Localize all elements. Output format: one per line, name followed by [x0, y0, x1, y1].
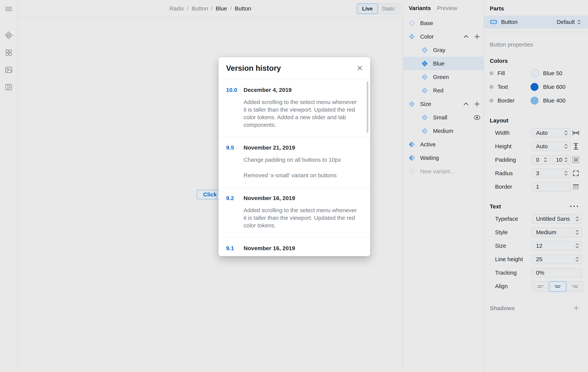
version-number: 9.2: [226, 194, 243, 229]
align-button-group: [532, 281, 583, 292]
variant-row-medium[interactable]: Medium: [403, 124, 483, 138]
version-entry: 9.2 November 16, 2019 Added scrolling to…: [219, 187, 370, 237]
variant-row-active[interactable]: Active: [403, 138, 483, 151]
image-icon[interactable]: [5, 66, 13, 74]
radius-input[interactable]: 3: [532, 169, 571, 178]
border-width-input[interactable]: 1: [532, 182, 571, 192]
breadcrumb-separator: /: [211, 5, 213, 12]
variant-group-size[interactable]: Size: [403, 97, 483, 111]
color-swatch[interactable]: [531, 69, 539, 78]
stepper-icon[interactable]: [564, 143, 568, 149]
version-notes: Added scrolling to the select menu whene…: [243, 207, 359, 229]
components-diamonds-icon[interactable]: [5, 31, 13, 40]
align-center-icon: [554, 284, 561, 289]
breadcrumb-separator: /: [187, 5, 189, 12]
design-canvas[interactable]: Click me Version history 10.0 December 4…: [18, 17, 403, 372]
radius-icon: [572, 169, 580, 177]
version-notes: Added scrolling to the select menu whene…: [243, 98, 359, 129]
collapse-chevron-icon[interactable]: [463, 33, 470, 40]
style-select[interactable]: Medium: [532, 228, 582, 237]
stepper-icon[interactable]: [564, 130, 568, 136]
variant-row-base[interactable]: Base: [403, 16, 483, 30]
layout-heading: Layout: [490, 117, 588, 124]
diamond-cluster-icon: [408, 33, 416, 40]
notebook-icon[interactable]: [5, 83, 13, 91]
app-window: Radix / Button / Blue / Button Live Stat…: [0, 0, 588, 372]
align-left-button[interactable]: [532, 281, 549, 292]
variants-panel: Variants Preview Base Color Gray Blue: [403, 0, 483, 372]
variant-row-blue-selected[interactable]: Blue: [403, 57, 483, 70]
stepper-icon[interactable]: [575, 243, 580, 249]
line-height-input[interactable]: 25: [532, 254, 582, 264]
breadcrumb-item[interactable]: Radix: [169, 5, 184, 12]
stepper-icon[interactable]: [543, 157, 548, 163]
variant-row-green[interactable]: Green: [403, 70, 483, 84]
breadcrumb-item[interactable]: Blue: [216, 5, 227, 12]
diamond-outline-icon: [408, 19, 416, 27]
color-swatch[interactable]: [531, 97, 538, 105]
width-input[interactable]: Auto: [532, 128, 571, 138]
version-number: 10.0: [226, 86, 243, 129]
grid-circles-icon[interactable]: [5, 48, 13, 57]
menu-icon[interactable]: [5, 5, 13, 13]
part-label: Button: [501, 19, 518, 25]
add-shadow-icon[interactable]: [573, 305, 580, 311]
version-date: November 16, 2019: [243, 194, 359, 202]
ellipsis-menu-icon[interactable]: ···: [570, 202, 580, 211]
breadcrumb-item[interactable]: Button: [192, 5, 208, 12]
part-state-select[interactable]: Default: [557, 19, 581, 25]
layout-row-width: Width Auto: [484, 126, 588, 140]
version-entry: 10.0 December 4, 2019 Added scrolling to…: [219, 79, 370, 137]
layout-row-height: Height Auto: [484, 140, 588, 153]
version-number: 9.1: [226, 244, 243, 256]
part-row-button-selected[interactable]: Button Default: [484, 16, 588, 28]
version-date: December 4, 2019: [243, 86, 359, 94]
modal-title: Version history: [226, 64, 281, 73]
static-toggle-button[interactable]: Static: [377, 3, 400, 14]
text-row-size: Size 12: [484, 239, 588, 252]
variants-tabs: Variants Preview: [409, 5, 483, 11]
variant-row-gray[interactable]: Gray: [403, 43, 483, 57]
typeface-select[interactable]: Untitled Sans: [532, 214, 582, 224]
align-right-button[interactable]: [566, 281, 583, 292]
live-toggle-button[interactable]: Live: [357, 3, 378, 14]
align-right-icon: [571, 284, 578, 289]
variant-row-red[interactable]: Red: [403, 84, 483, 97]
button-properties-label: Button properties: [490, 41, 588, 48]
align-center-button[interactable]: [549, 281, 566, 292]
version-date: November 16, 2019: [243, 244, 359, 252]
stepper-icon[interactable]: [575, 256, 580, 262]
new-variant-row[interactable]: New variant…: [403, 164, 483, 178]
tracking-input[interactable]: 0%: [532, 268, 582, 277]
padding-x-input[interactable]: 0: [532, 155, 550, 164]
height-input[interactable]: Auto: [532, 142, 571, 151]
variants-list: Base Color Gray Blue Green: [403, 16, 483, 178]
variant-group-color[interactable]: Color: [403, 30, 483, 43]
tab-variants[interactable]: Variants: [409, 5, 431, 11]
close-icon[interactable]: [356, 64, 364, 73]
tab-preview[interactable]: Preview: [437, 5, 457, 11]
diamond-cluster-icon: [408, 100, 416, 108]
font-size-input[interactable]: 12: [532, 241, 582, 251]
color-swatch[interactable]: [531, 83, 538, 91]
padding-y-input[interactable]: 10: [552, 155, 571, 164]
add-variant-icon[interactable]: [474, 101, 481, 108]
stepper-icon[interactable]: [575, 229, 580, 235]
text-row-align: Align: [484, 279, 588, 293]
breadcrumb-item[interactable]: Button: [235, 5, 251, 12]
stepper-icon[interactable]: [564, 157, 568, 163]
color-row-text: Text Blue 600: [484, 80, 588, 94]
add-variant-icon[interactable]: [474, 33, 481, 40]
top-bar: Radix / Button / Blue / Button Live Stat…: [18, 0, 403, 17]
modal-scrollbar[interactable]: [367, 81, 368, 133]
variant-row-small[interactable]: Small: [403, 111, 483, 124]
collapse-chevron-icon[interactable]: [463, 101, 470, 108]
stepper-icon[interactable]: [575, 216, 580, 222]
diamond-half-icon: [408, 154, 416, 162]
variant-row-waiting[interactable]: Waiting: [403, 151, 483, 164]
diamond-filled-icon: [421, 127, 429, 135]
layout-row-border: Border 1: [484, 180, 588, 193]
eye-icon[interactable]: [474, 114, 481, 121]
color-row-fill: Fill Blue 50: [484, 66, 588, 80]
stepper-icon[interactable]: [564, 170, 568, 176]
